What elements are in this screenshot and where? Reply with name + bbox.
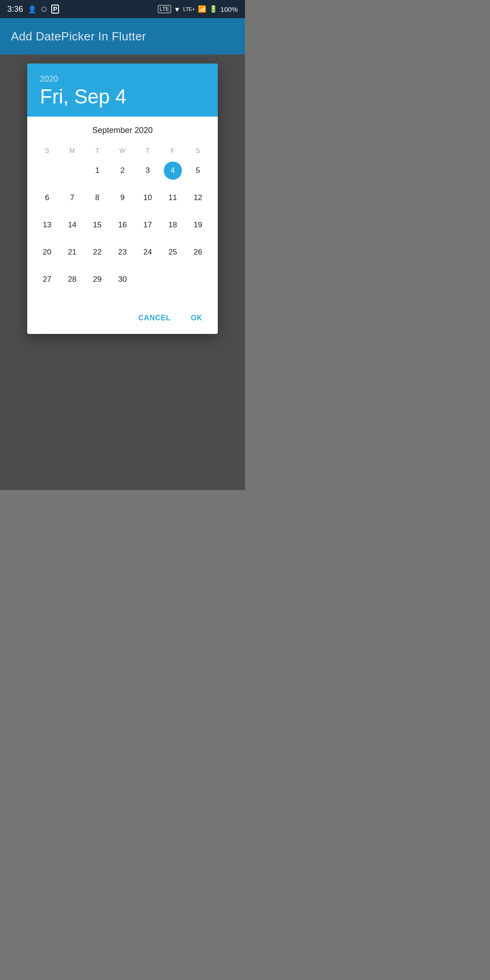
cancel-button[interactable]: CANCEL	[130, 309, 179, 327]
calendar-day-empty	[186, 266, 211, 293]
wifi-icon: ▼	[174, 5, 181, 13]
calendar-day[interactable]: 23	[110, 239, 135, 266]
status-right: LTE ▼ LTE+ 📶 🔋 100%	[158, 5, 238, 13]
calendar-week-row: 6789101112	[34, 184, 211, 211]
calendar-day[interactable]: 19	[186, 211, 211, 239]
calendar-day[interactable]: 21	[59, 239, 84, 266]
calendar-day[interactable]: 30	[110, 266, 135, 293]
calendar-day[interactable]: 15	[85, 211, 110, 239]
weekday-sun: S	[34, 144, 59, 157]
app-bar-title: Add DatePicker In Flutter	[11, 29, 146, 44]
calendar-week-row: 20212223242526	[34, 239, 211, 266]
calendar-day[interactable]: 5	[186, 157, 211, 184]
status-left: 3:36 👤 ⬡ P	[7, 5, 59, 14]
calendar-day[interactable]: 22	[85, 239, 110, 266]
weekday-wed: W	[110, 144, 135, 157]
date-header: 2020 Fri, Sep 4	[27, 64, 218, 117]
calendar-day[interactable]: 24	[135, 239, 160, 266]
calendar-day[interactable]: 26	[186, 239, 211, 266]
calendar-week-row: 27282930	[34, 266, 211, 293]
parking-icon: P	[51, 5, 59, 14]
calendar-day[interactable]: 18	[160, 211, 185, 239]
weekday-fri: F	[160, 144, 185, 157]
datepicker-dialog: 2020 Fri, Sep 4 September 2020 S M T W T…	[27, 64, 218, 334]
calendar-day[interactable]: 3	[135, 157, 160, 184]
weekday-sat: S	[186, 144, 211, 157]
weekday-headers-row: S M T W T F S	[34, 144, 211, 157]
selected-year: 2020	[40, 74, 205, 84]
calendar-day[interactable]: 16	[110, 211, 135, 239]
calendar-day[interactable]: 11	[160, 184, 185, 211]
calendar-day[interactable]: 12	[186, 184, 211, 211]
calendar-day[interactable]: 17	[135, 211, 160, 239]
calendar-day-empty	[59, 157, 84, 184]
usb-icon: ⬡	[41, 5, 47, 13]
calendar-grid: S M T W T F S 12345678910111213141516171…	[34, 144, 211, 293]
calendar-day[interactable]: 8	[85, 184, 110, 211]
calendar-week-row: 13141516171819	[34, 211, 211, 239]
calendar-day[interactable]: 2	[110, 157, 135, 184]
weekday-thu: T	[135, 144, 160, 157]
calendar-week-row: 12345	[34, 157, 211, 184]
status-bar: 3:36 👤 ⬡ P LTE ▼ LTE+ 📶 🔋 100%	[0, 0, 245, 18]
calendar-body: September 2020 S M T W T F S 12345678910…	[27, 117, 218, 293]
dialog-actions: CANCEL OK	[27, 302, 218, 334]
calendar-day[interactable]: 29	[85, 266, 110, 293]
calendar-day[interactable]: 25	[160, 239, 185, 266]
calendar-day-empty	[160, 266, 185, 293]
calendar-day[interactable]: 27	[34, 266, 59, 293]
call-lte-icon: LTE	[158, 5, 171, 13]
calendar-day[interactable]: 14	[59, 211, 84, 239]
calendar-day[interactable]: 20	[34, 239, 59, 266]
calendar-day-empty	[34, 157, 59, 184]
selected-date: Fri, Sep 4	[40, 86, 205, 108]
app-bar: Add DatePicker In Flutter	[0, 18, 245, 54]
battery-percent: 100%	[220, 5, 238, 13]
calendar-day[interactable]: 6	[34, 184, 59, 211]
signal-icon: 📶	[198, 5, 206, 13]
battery-icon: 🔋	[209, 5, 218, 13]
calendar-day[interactable]: 9	[110, 184, 135, 211]
calendar-day[interactable]: 1	[85, 157, 110, 184]
status-time: 3:36	[7, 5, 23, 14]
weekday-mon: M	[59, 144, 84, 157]
lte-plus-label: LTE+	[183, 6, 195, 12]
ok-button[interactable]: OK	[182, 309, 211, 327]
add-user-icon: 👤	[28, 5, 37, 14]
calendar-day[interactable]: 7	[59, 184, 84, 211]
calendar-day-empty	[135, 266, 160, 293]
calendar-day[interactable]: 13	[34, 211, 59, 239]
calendar-day[interactable]: 28	[59, 266, 84, 293]
calendar-day[interactable]: 4	[160, 157, 185, 184]
month-title: September 2020	[34, 124, 211, 137]
weekday-tue: T	[85, 144, 110, 157]
calendar-day[interactable]: 10	[135, 184, 160, 211]
